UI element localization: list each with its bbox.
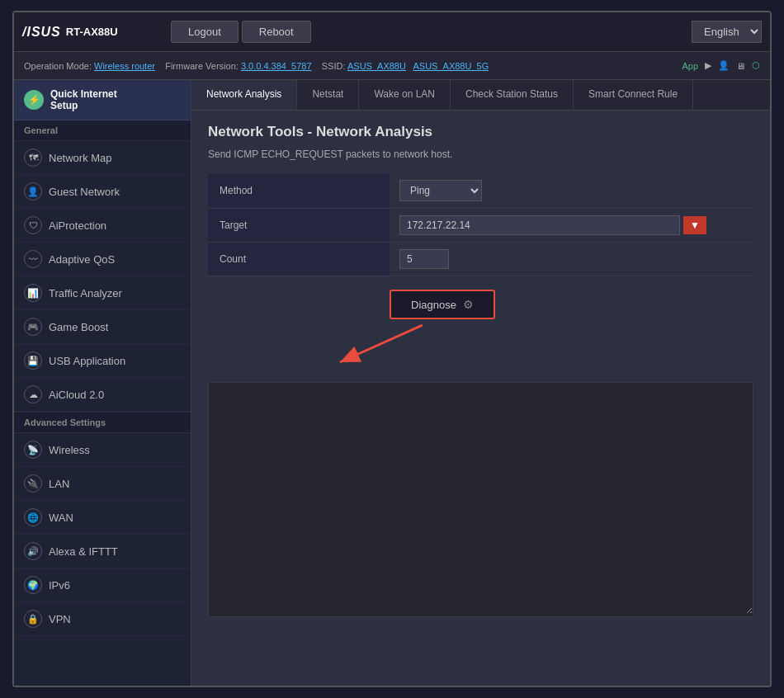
top-buttons: Logout Reboot [171,21,311,43]
operation-mode-value[interactable]: Wireless router [94,61,155,71]
target-label: Target [208,209,390,243]
sidebar-item-aiprotection[interactable]: 🛡 AiProtection [14,209,191,243]
reboot-button[interactable]: Reboot [242,21,311,43]
tab-smart-connect-rule[interactable]: Smart Connect Rule [574,80,693,110]
adaptive-qos-icon: 〰 [24,250,42,268]
alexa-icon: 🔊 [24,542,42,560]
sidebar-item-usb-application[interactable]: 💾 USB Application [14,344,191,378]
adaptive-qos-label: Adaptive QoS [49,253,115,266]
output-area [208,382,753,617]
play-icon[interactable]: ▶ [705,60,711,71]
output-textarea[interactable] [209,383,753,614]
sidebar-item-ipv6[interactable]: 🌍 IPv6 [14,568,191,602]
usb-icon[interactable]: ⬡ [752,60,760,71]
count-label: Count [208,243,390,276]
ipv6-label: IPv6 [49,579,70,592]
top-bar: /ISUS RT-AX88U Logout Reboot English [14,12,770,52]
wireless-label: Wireless [49,444,90,456]
info-bar: Operation Mode: Wireless router Firmware… [14,52,770,80]
lan-label: LAN [49,478,69,490]
page-content: Network Tools - Network Analysis Send IC… [191,111,770,686]
vpn-icon: 🔒 [24,610,42,628]
sidebar: ⚡ Quick InternetSetup General 🗺 Network … [14,80,191,686]
advanced-section-label: Advanced Settings [14,412,191,433]
network-map-label: Network Map [49,152,112,164]
lan-icon: 🔌 [24,474,42,493]
traffic-analyzer-label: Traffic Analyzer [49,287,122,299]
wan-icon: 🌐 [24,508,42,526]
target-input-group: ▼ [399,215,744,235]
guest-network-label: Guest Network [49,186,120,198]
language-select[interactable]: English [692,21,762,43]
target-row: Target ▼ [208,209,753,243]
sidebar-item-traffic-analyzer[interactable]: 📊 Traffic Analyzer [14,276,191,310]
method-select[interactable]: Ping Traceroute [399,180,482,201]
sidebar-item-wan[interactable]: 🌐 WAN [14,501,191,535]
sidebar-item-adaptive-qos[interactable]: 〰 Adaptive QoS [14,243,191,276]
firmware-value[interactable]: 3.0.0.4.384_5787 [241,61,312,71]
target-value-cell: ▼ [390,209,753,243]
diagnose-btn-wrapper: Diagnose ⚙ [390,290,495,319]
target-input[interactable] [399,215,680,235]
arrow-annotation [290,321,456,370]
app-label: App [682,61,698,71]
general-section-label: General [14,120,191,141]
ssid2[interactable]: ASUS_AX88U_5G [413,61,489,71]
method-label: Method [208,173,390,209]
sidebar-item-wireless[interactable]: 📡 Wireless [14,433,191,467]
network-map-icon: 🗺 [24,149,42,167]
sidebar-item-vpn[interactable]: 🔒 VPN [14,602,191,636]
count-row: Count [208,243,753,276]
method-value-cell: Ping Traceroute [390,173,753,209]
main-layout: ⚡ Quick InternetSetup General 🗺 Network … [14,80,770,686]
game-boost-label: Game Boost [49,321,108,333]
page-subtitle: Send ICMP ECHO_REQUEST packets to networ… [208,149,753,160]
svg-line-1 [340,325,423,362]
content-area: Network Analysis Netstat Wake on LAN Che… [191,80,770,686]
tab-wake-on-lan[interactable]: Wake on LAN [359,80,451,110]
info-icons: App ▶ 👤 🖥 ⬡ [682,60,760,71]
page-title: Network Tools - Network Analysis [208,124,753,140]
traffic-analyzer-icon: 📊 [24,284,42,302]
tab-netstat[interactable]: Netstat [297,80,359,110]
target-dropdown-button[interactable]: ▼ [683,216,706,234]
sidebar-item-aicloud[interactable]: ☁ AiCloud 2.0 [14,378,191,412]
vpn-label: VPN [49,613,71,625]
aicloud-label: AiCloud 2.0 [49,389,104,401]
usb-application-label: USB Application [49,355,125,367]
aiprotection-icon: 🛡 [24,216,42,234]
tab-bar: Network Analysis Netstat Wake on LAN Che… [191,80,770,111]
sidebar-item-lan[interactable]: 🔌 LAN [14,467,191,501]
tab-check-station-status[interactable]: Check Station Status [451,80,574,110]
monitor-icon[interactable]: 🖥 [736,61,745,71]
sidebar-item-game-boost[interactable]: 🎮 Game Boost [14,310,191,344]
alexa-label: Alexa & IFTTT [49,545,118,558]
diagnose-label: Diagnose [411,299,456,311]
arrow-svg [290,321,456,370]
count-input[interactable] [399,249,449,269]
diagnose-button[interactable]: Diagnose ⚙ [390,290,495,319]
person-icon[interactable]: 👤 [718,60,730,71]
quick-setup-item[interactable]: ⚡ Quick InternetSetup [14,80,191,120]
sidebar-item-guest-network[interactable]: 👤 Guest Network [14,175,191,209]
firmware-label: Firmware Version: [165,61,239,71]
wan-label: WAN [49,512,73,524]
asus-logo: /ISUS [22,25,61,40]
wireless-icon: 📡 [24,441,42,459]
count-value-cell [390,243,753,276]
logout-button[interactable]: Logout [171,21,239,43]
main-window: /ISUS RT-AX88U Logout Reboot English Ope… [12,11,772,687]
quick-setup-icon: ⚡ [24,90,44,110]
gear-icon: ⚙ [463,298,474,311]
usb-application-icon: 💾 [24,351,42,370]
sidebar-item-network-map[interactable]: 🗺 Network Map [14,141,191,175]
model-name: RT-AX88U [66,26,118,38]
operation-mode-label: Operation Mode: [24,61,92,71]
ssid1[interactable]: ASUS_AX88U [347,61,406,71]
ipv6-icon: 🌍 [24,576,42,594]
tab-network-analysis[interactable]: Network Analysis [191,80,297,110]
operation-info: Operation Mode: Wireless router Firmware… [24,61,489,71]
guest-network-icon: 👤 [24,182,42,200]
logo-area: /ISUS RT-AX88U [22,25,154,40]
sidebar-item-alexa[interactable]: 🔊 Alexa & IFTTT [14,535,191,568]
